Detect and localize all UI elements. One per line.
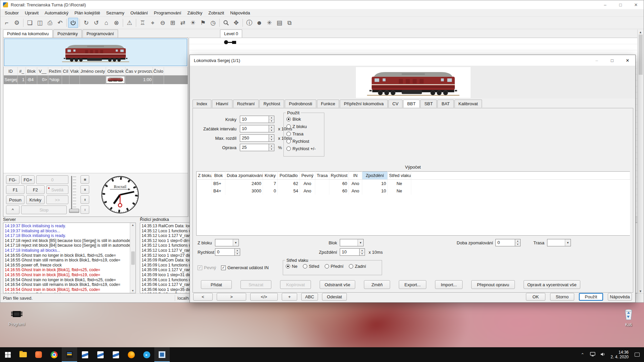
taskbar-clock[interactable]: 14:36 2. 4. 2020	[609, 350, 631, 359]
more-button[interactable]: >>	[46, 195, 68, 204]
menu-zobrazit[interactable]: Zobrazit	[205, 10, 227, 16]
tab-kalibrovat[interactable]: Kalibrovat	[454, 100, 482, 108]
menu-napoveda[interactable]: Nápověda	[227, 10, 253, 16]
tab-programovani[interactable]: Programování	[83, 29, 118, 38]
menu-automaticky[interactable]: Automatický	[42, 10, 71, 16]
col-obrazek[interactable]: Obrázek	[106, 67, 125, 75]
tab-hlavni[interactable]: Hlavní	[212, 100, 232, 108]
tab-level-0[interactable]: Level 0	[220, 29, 242, 38]
odeslat-button[interactable]: Odeslat	[322, 293, 347, 301]
fit-view-icon[interactable]: ✥	[231, 18, 241, 28]
storno-button[interactable]: Storno	[550, 293, 574, 301]
smazat-button[interactable]: Smazat	[240, 280, 271, 289]
import-button[interactable]: Import...	[435, 280, 463, 289]
speed-step-4-button[interactable]: IIII	[80, 175, 89, 184]
col-cas-v-provozu[interactable]: Čas v provozu	[125, 67, 153, 75]
rychlost-spinner[interactable]: 0 ▲▼	[215, 248, 240, 256]
auto-mode-icon[interactable]: ↺	[91, 18, 101, 28]
function-group-button[interactable]: 0	[36, 175, 68, 184]
f2-button[interactable]: F2	[26, 185, 45, 194]
col-rezim[interactable]: Režim	[48, 67, 62, 75]
tab-poznamky[interactable]: Poznámky	[53, 29, 82, 38]
odstranit-vse-button[interactable]: Odstranit vše	[320, 280, 355, 289]
tab-cv[interactable]: CV	[388, 100, 402, 108]
plus-button[interactable]: +	[282, 293, 297, 301]
generovat-udalost-in-checkbox[interactable]: ✓Generovat událost IN	[221, 265, 269, 270]
fast-clock-icon[interactable]: ◷	[208, 18, 218, 28]
info-icon[interactable]: ⓘ	[244, 18, 254, 28]
fg-plus-button[interactable]: FG+	[21, 175, 35, 184]
open-file-icon[interactable]: ❏	[25, 18, 35, 28]
start-button[interactable]	[0, 347, 15, 362]
taskbar-app-1[interactable]	[77, 347, 93, 362]
zoom-icon[interactable]	[221, 18, 231, 28]
pevny-checkbox[interactable]: ✓Pevný	[198, 265, 216, 270]
emergency-alert-icon[interactable]: ⚠	[124, 18, 135, 28]
zbloku-combo[interactable]: ▼	[215, 239, 239, 246]
tab-pohled-na-lokomotivu[interactable]: Pohled na lokomotivu	[3, 29, 53, 38]
print-icon[interactable]: ⎙	[45, 18, 55, 28]
undo-icon[interactable]: ↶	[55, 18, 65, 28]
oprava-spinner[interactable]: 25 ▲▼	[240, 144, 274, 151]
kopirovat-button[interactable]: Kopírovat	[280, 280, 311, 289]
taskbar-photos[interactable]	[154, 347, 170, 362]
export-button[interactable]: Export...	[399, 280, 426, 289]
action-center-button[interactable]	[633, 353, 641, 357]
col-v[interactable]: V__	[37, 67, 48, 75]
volume-icon[interactable]	[599, 352, 607, 358]
taskbar-app-3[interactable]	[108, 347, 123, 362]
direction-button[interactable]: ^	[6, 205, 19, 214]
trasa-combo[interactable]: ▼	[547, 239, 571, 246]
reset-icon[interactable]: ↻	[81, 18, 91, 28]
flag-icon[interactable]: ⚑	[198, 18, 208, 28]
opravit-a-vycentrovat-button[interactable]: Opravit a vycentrovat vše	[524, 280, 580, 289]
col-cislo[interactable]: Číslo	[153, 67, 164, 75]
radio-predni[interactable]: Přední	[325, 264, 343, 269]
server-log[interactable]: 14:19:37 Block initialising is ready. 14…	[3, 223, 136, 293]
f1-button[interactable]: F1	[6, 185, 24, 194]
track-element-icon[interactable]	[224, 40, 236, 44]
taskbar-rocrail[interactable]	[62, 347, 77, 362]
stop-button[interactable]: Stop	[21, 205, 67, 214]
cancel-all-icon[interactable]: ⊗	[111, 18, 121, 28]
tab-funkce[interactable]: Funkce	[317, 100, 339, 108]
prev-button[interactable]: <	[193, 293, 213, 301]
tab-index[interactable]: Index	[193, 100, 211, 108]
tab-pripreszni-lokomotiva[interactable]: Přípřežní lokomotiva	[340, 100, 388, 108]
tab-podrobnosti[interactable]: Podrobnosti	[285, 100, 316, 108]
radio-rychlost[interactable]: Rychlost	[286, 139, 321, 144]
taskbar-app-orange[interactable]	[31, 347, 46, 362]
server-log-scrollbar[interactable]: ▲▼	[130, 223, 136, 293]
dialog-close-button[interactable]: ✕	[620, 55, 635, 66]
menu-upravit[interactable]: Upravit	[22, 10, 42, 16]
next-button[interactable]: >	[217, 293, 246, 301]
feedback-icon[interactable]: ☻	[254, 18, 264, 28]
plan-scrollbar[interactable]: ▲▼	[637, 29, 643, 294]
col-vlak[interactable]: Vlak	[69, 67, 80, 75]
save-icon[interactable]: ◫	[35, 18, 45, 28]
pouzit-button[interactable]: Použít	[579, 293, 603, 301]
desktop-icon-programs[interactable]: Programi	[4, 309, 30, 326]
posun-button[interactable]: Posun	[6, 195, 24, 204]
maximize-button[interactable]: □	[613, 0, 628, 9]
radio-z-bloku[interactable]: Z bloku	[286, 124, 321, 129]
vypocet-row-b5[interactable]: B5+ 2400 7 62 Ano 60 Ano 10 Ne	[197, 180, 630, 187]
radio-ne[interactable]: Ne	[286, 264, 298, 269]
close-button[interactable]: ✕	[628, 0, 644, 9]
taskbar-app-2[interactable]	[93, 347, 108, 362]
list-icon[interactable]: ▤	[274, 18, 284, 28]
col-num[interactable]: #_	[18, 67, 26, 75]
col-jmeno-cesty[interactable]: Jméno cesty	[80, 67, 106, 75]
krivky-button[interactable]: Krivky	[26, 195, 45, 204]
taskbar-messenger[interactable]: ▸	[139, 347, 154, 362]
tab-bat[interactable]: BAT	[437, 100, 453, 108]
svetla-button[interactable]: ● Svetlá	[46, 185, 68, 194]
tab-bbt[interactable]: BBT	[403, 100, 420, 108]
clock-pause-icon[interactable]: ⊖	[158, 18, 168, 28]
max-rozdil-spinner[interactable]: 250 ▲▼	[240, 134, 274, 142]
fg-minus-button[interactable]: FG-	[6, 175, 19, 184]
menu-zalozky[interactable]: Záložky	[184, 10, 205, 16]
radio-trasa[interactable]: Trasa	[286, 131, 321, 136]
kroky-spinner[interactable]: 10 ▲▼	[240, 116, 274, 123]
home-icon[interactable]: ⌂	[101, 18, 111, 28]
